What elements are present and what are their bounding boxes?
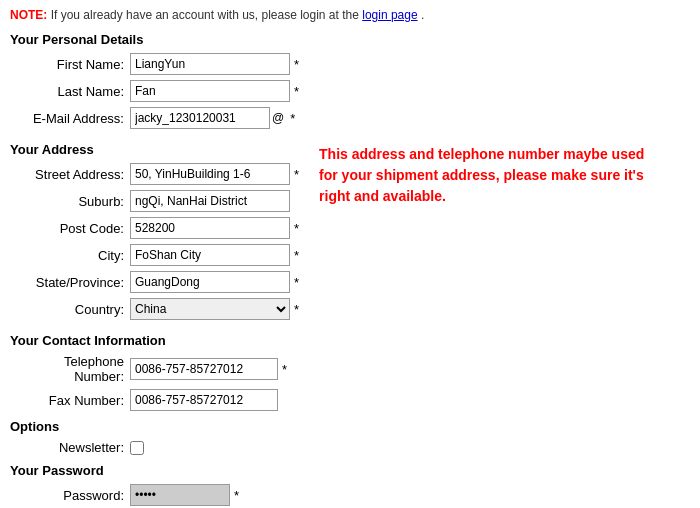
phone-input[interactable] — [130, 358, 278, 380]
first-name-label: First Name: — [20, 57, 130, 72]
country-row: Country: China * — [10, 298, 299, 320]
address-left: Your Address Street Address: * Suburb: P… — [10, 134, 299, 325]
password-required: * — [234, 488, 239, 503]
address-right: This address and telephone number maybe … — [299, 134, 690, 325]
suburb-input[interactable] — [130, 190, 290, 212]
postcode-input[interactable] — [130, 217, 290, 239]
newsletter-checkbox[interactable] — [130, 441, 144, 455]
last-name-label: Last Name: — [20, 84, 130, 99]
state-input[interactable] — [130, 271, 290, 293]
phone-required: * — [282, 362, 287, 377]
note-bar: NOTE: If you already have an account wit… — [10, 8, 690, 22]
city-label: City: — [20, 248, 130, 263]
fax-input[interactable] — [130, 389, 278, 411]
last-name-input[interactable] — [130, 80, 290, 102]
password-row: Password: * — [10, 484, 690, 506]
email-label: E-Mail Address: — [20, 111, 130, 126]
country-select[interactable]: China — [130, 298, 290, 320]
login-link[interactable]: login page — [362, 8, 417, 22]
suburb-label: Suburb: — [20, 194, 130, 209]
options-title: Options — [10, 419, 690, 434]
note-suffix: . — [421, 8, 424, 22]
first-name-row: First Name: * — [10, 53, 690, 75]
note-text: If you already have an account with us, … — [51, 8, 363, 22]
email-input[interactable] — [130, 107, 270, 129]
phone-label: Telephone Number: — [20, 354, 130, 384]
contact-title: Your Contact Information — [10, 333, 690, 348]
last-name-row: Last Name: * — [10, 80, 690, 102]
city-input[interactable] — [130, 244, 290, 266]
last-name-required: * — [294, 84, 299, 99]
phone-row: Telephone Number: * — [10, 354, 690, 384]
suburb-row: Suburb: — [10, 190, 299, 212]
newsletter-label: Newsletter: — [20, 440, 130, 455]
newsletter-row: Newsletter: — [10, 440, 690, 455]
note-label: NOTE: — [10, 8, 47, 22]
postcode-label: Post Code: — [20, 221, 130, 236]
first-name-required: * — [294, 57, 299, 72]
email-required: * — [290, 111, 295, 126]
state-row: State/Province: * — [10, 271, 299, 293]
first-name-input[interactable] — [130, 53, 290, 75]
postcode-row: Post Code: * — [10, 217, 299, 239]
password-label: Password: — [20, 488, 130, 503]
street-row: Street Address: * — [10, 163, 299, 185]
fax-row: Fax Number: — [10, 389, 690, 411]
address-title: Your Address — [10, 142, 299, 157]
password-input[interactable] — [130, 484, 230, 506]
city-row: City: * — [10, 244, 299, 266]
password-title: Your Password — [10, 463, 690, 478]
street-label: Street Address: — [20, 167, 130, 182]
email-at-sign: @ — [272, 111, 284, 125]
personal-details-title: Your Personal Details — [10, 32, 690, 47]
country-label: Country: — [20, 302, 130, 317]
email-row: E-Mail Address: @ * — [10, 107, 690, 129]
fax-label: Fax Number: — [20, 393, 130, 408]
address-note-text: This address and telephone number maybe … — [319, 144, 659, 207]
street-input[interactable] — [130, 163, 290, 185]
state-label: State/Province: — [20, 275, 130, 290]
address-section: Your Address Street Address: * Suburb: P… — [10, 134, 690, 325]
